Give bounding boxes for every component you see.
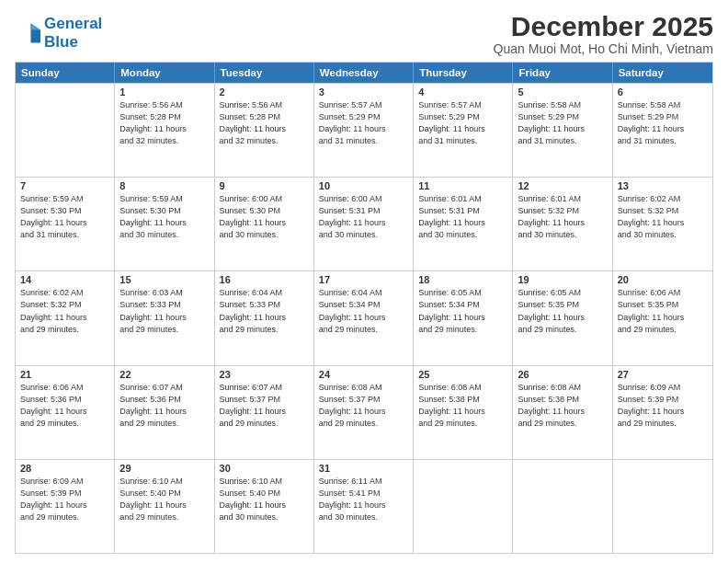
- calendar-cell: 11Sunrise: 6:01 AM Sunset: 5:31 PM Dayli…: [414, 178, 513, 270]
- day-info: Sunrise: 5:56 AM Sunset: 5:28 PM Dayligh…: [119, 99, 209, 147]
- calendar-cell: 27Sunrise: 6:09 AM Sunset: 5:39 PM Dayli…: [613, 366, 712, 459]
- day-number: 7: [20, 180, 109, 191]
- calendar-cell: [513, 460, 612, 553]
- calendar-cell: 21Sunrise: 6:06 AM Sunset: 5:36 PM Dayli…: [16, 366, 115, 459]
- calendar-body: 1Sunrise: 5:56 AM Sunset: 5:28 PM Daylig…: [16, 83, 712, 553]
- calendar-week-row: 28Sunrise: 6:09 AM Sunset: 5:39 PM Dayli…: [16, 459, 712, 553]
- day-info: Sunrise: 6:04 AM Sunset: 5:34 PM Dayligh…: [319, 287, 408, 335]
- calendar-cell: 26Sunrise: 6:08 AM Sunset: 5:38 PM Dayli…: [513, 366, 612, 459]
- day-info: Sunrise: 6:11 AM Sunset: 5:41 PM Dayligh…: [319, 476, 408, 523]
- day-info: Sunrise: 6:10 AM Sunset: 5:40 PM Dayligh…: [220, 476, 309, 523]
- day-number: 21: [20, 369, 109, 380]
- day-number: 11: [418, 180, 507, 191]
- day-number: 4: [418, 86, 507, 98]
- day-number: 25: [418, 369, 507, 380]
- day-info: Sunrise: 5:59 AM Sunset: 5:30 PM Dayligh…: [119, 193, 209, 241]
- calendar-header-cell: Friday: [513, 63, 612, 83]
- day-info: Sunrise: 6:09 AM Sunset: 5:39 PM Dayligh…: [20, 476, 109, 523]
- day-number: 10: [319, 180, 408, 191]
- day-info: Sunrise: 6:08 AM Sunset: 5:37 PM Dayligh…: [319, 382, 408, 430]
- day-info: Sunrise: 6:02 AM Sunset: 5:32 PM Dayligh…: [618, 193, 708, 241]
- calendar-cell: 10Sunrise: 6:00 AM Sunset: 5:31 PM Dayli…: [314, 178, 414, 270]
- calendar-cell: [16, 84, 115, 177]
- day-info: Sunrise: 6:09 AM Sunset: 5:39 PM Dayligh…: [618, 382, 708, 430]
- day-number: 26: [518, 369, 607, 380]
- calendar-cell: [613, 460, 712, 553]
- day-info: Sunrise: 6:08 AM Sunset: 5:38 PM Dayligh…: [418, 382, 507, 430]
- day-info: Sunrise: 6:05 AM Sunset: 5:34 PM Dayligh…: [418, 287, 507, 335]
- calendar-header-row: SundayMondayTuesdayWednesdayThursdayFrid…: [16, 63, 712, 83]
- day-info: Sunrise: 5:58 AM Sunset: 5:29 PM Dayligh…: [618, 99, 708, 147]
- calendar-cell: 1Sunrise: 5:56 AM Sunset: 5:28 PM Daylig…: [115, 84, 214, 177]
- day-info: Sunrise: 6:01 AM Sunset: 5:32 PM Dayligh…: [518, 193, 607, 241]
- calendar-cell: 24Sunrise: 6:08 AM Sunset: 5:37 PM Dayli…: [314, 366, 414, 459]
- calendar-cell: 18Sunrise: 6:05 AM Sunset: 5:34 PM Dayli…: [414, 271, 513, 364]
- day-number: 1: [119, 86, 209, 98]
- calendar-cell: 17Sunrise: 6:04 AM Sunset: 5:34 PM Dayli…: [314, 271, 414, 364]
- day-number: 23: [220, 369, 309, 380]
- calendar-cell: 15Sunrise: 6:03 AM Sunset: 5:33 PM Dayli…: [115, 271, 214, 364]
- header: General Blue December 2025 Quan Muoi Mot…: [15, 11, 713, 56]
- calendar-cell: 16Sunrise: 6:04 AM Sunset: 5:33 PM Dayli…: [215, 271, 314, 364]
- calendar: SundayMondayTuesdayWednesdayThursdayFrid…: [15, 62, 713, 554]
- calendar-cell: 20Sunrise: 6:06 AM Sunset: 5:35 PM Dayli…: [613, 271, 712, 364]
- calendar-header-cell: Tuesday: [215, 63, 314, 83]
- calendar-cell: 29Sunrise: 6:10 AM Sunset: 5:40 PM Dayli…: [115, 460, 214, 553]
- day-info: Sunrise: 6:01 AM Sunset: 5:31 PM Dayligh…: [418, 193, 507, 241]
- day-number: 12: [518, 180, 607, 191]
- calendar-cell: 25Sunrise: 6:08 AM Sunset: 5:38 PM Dayli…: [414, 366, 513, 459]
- calendar-week-row: 1Sunrise: 5:56 AM Sunset: 5:28 PM Daylig…: [16, 83, 712, 177]
- day-info: Sunrise: 6:07 AM Sunset: 5:37 PM Dayligh…: [220, 382, 309, 430]
- day-info: Sunrise: 6:02 AM Sunset: 5:32 PM Dayligh…: [20, 287, 109, 335]
- calendar-week-row: 14Sunrise: 6:02 AM Sunset: 5:32 PM Dayli…: [16, 270, 712, 364]
- logo-icon: [15, 20, 40, 46]
- logo-general: General: [44, 15, 102, 32]
- calendar-cell: 22Sunrise: 6:07 AM Sunset: 5:36 PM Dayli…: [115, 366, 214, 459]
- svg-marker-1: [31, 23, 41, 29]
- calendar-week-row: 7Sunrise: 5:59 AM Sunset: 5:30 PM Daylig…: [16, 177, 712, 270]
- day-number: 9: [220, 180, 309, 191]
- day-info: Sunrise: 6:10 AM Sunset: 5:40 PM Dayligh…: [119, 476, 209, 523]
- day-number: 8: [119, 180, 209, 191]
- day-info: Sunrise: 6:07 AM Sunset: 5:36 PM Dayligh…: [119, 382, 209, 430]
- calendar-header-cell: Saturday: [613, 63, 712, 83]
- day-number: 27: [618, 369, 708, 380]
- calendar-cell: 8Sunrise: 5:59 AM Sunset: 5:30 PM Daylig…: [115, 178, 214, 270]
- day-number: 15: [119, 274, 209, 285]
- day-number: 17: [319, 274, 408, 285]
- day-number: 18: [418, 274, 507, 285]
- calendar-cell: 28Sunrise: 6:09 AM Sunset: 5:39 PM Dayli…: [16, 460, 115, 553]
- calendar-cell: 23Sunrise: 6:07 AM Sunset: 5:37 PM Dayli…: [215, 366, 314, 459]
- calendar-cell: 19Sunrise: 6:05 AM Sunset: 5:35 PM Dayli…: [513, 271, 612, 364]
- calendar-header-cell: Wednesday: [314, 63, 414, 83]
- day-info: Sunrise: 5:57 AM Sunset: 5:29 PM Dayligh…: [418, 99, 507, 147]
- day-number: 28: [20, 463, 109, 474]
- title-block: December 2025 Quan Muoi Mot, Ho Chi Minh…: [494, 11, 713, 56]
- day-info: Sunrise: 6:08 AM Sunset: 5:38 PM Dayligh…: [518, 382, 607, 430]
- day-number: 3: [319, 86, 408, 98]
- page-subtitle: Quan Muoi Mot, Ho Chi Minh, Vietnam: [494, 41, 713, 56]
- calendar-cell: 7Sunrise: 5:59 AM Sunset: 5:30 PM Daylig…: [16, 178, 115, 270]
- calendar-header-cell: Sunday: [16, 63, 115, 83]
- day-number: 20: [618, 274, 708, 285]
- page: General Blue December 2025 Quan Muoi Mot…: [0, 0, 728, 563]
- calendar-cell: 6Sunrise: 5:58 AM Sunset: 5:29 PM Daylig…: [613, 84, 712, 177]
- svg-rect-2: [15, 23, 31, 42]
- day-info: Sunrise: 5:58 AM Sunset: 5:29 PM Dayligh…: [518, 99, 607, 147]
- logo: General Blue: [15, 15, 102, 51]
- day-info: Sunrise: 5:56 AM Sunset: 5:28 PM Dayligh…: [220, 99, 309, 147]
- calendar-cell: 31Sunrise: 6:11 AM Sunset: 5:41 PM Dayli…: [314, 460, 414, 553]
- day-number: 24: [319, 369, 408, 380]
- calendar-cell: 5Sunrise: 5:58 AM Sunset: 5:29 PM Daylig…: [513, 84, 612, 177]
- day-info: Sunrise: 6:03 AM Sunset: 5:33 PM Dayligh…: [119, 287, 209, 335]
- calendar-header-cell: Monday: [115, 63, 214, 83]
- calendar-cell: 14Sunrise: 6:02 AM Sunset: 5:32 PM Dayli…: [16, 271, 115, 364]
- page-title: December 2025: [494, 11, 713, 41]
- day-info: Sunrise: 5:57 AM Sunset: 5:29 PM Dayligh…: [319, 99, 408, 147]
- calendar-cell: 3Sunrise: 5:57 AM Sunset: 5:29 PM Daylig…: [314, 84, 414, 177]
- day-number: 31: [319, 463, 408, 474]
- day-info: Sunrise: 6:06 AM Sunset: 5:35 PM Dayligh…: [618, 287, 708, 335]
- day-number: 14: [20, 274, 109, 285]
- day-info: Sunrise: 5:59 AM Sunset: 5:30 PM Dayligh…: [20, 193, 109, 241]
- day-info: Sunrise: 6:00 AM Sunset: 5:30 PM Dayligh…: [220, 193, 309, 241]
